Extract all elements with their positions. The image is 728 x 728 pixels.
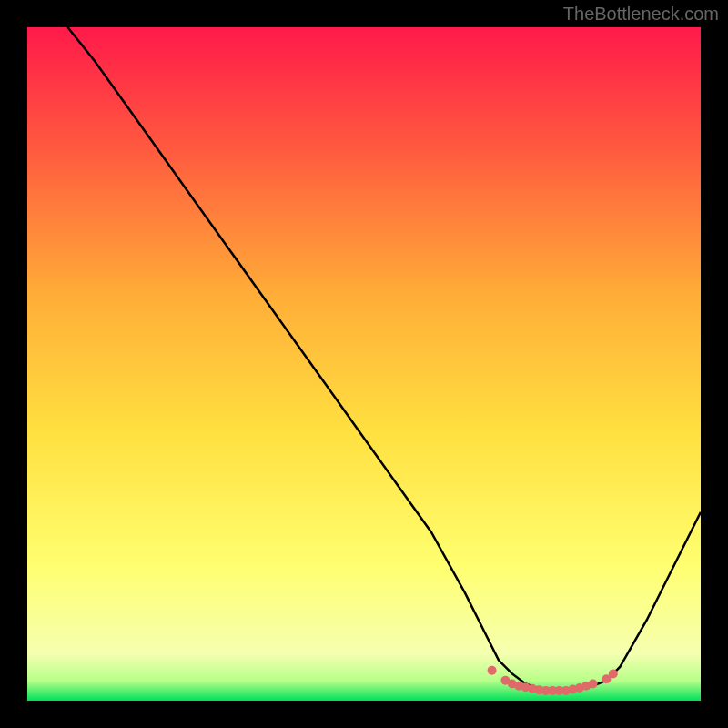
optimal-marker: [488, 666, 497, 675]
optimal-marker: [589, 680, 598, 689]
watermark-text: TheBottleneck.com: [563, 4, 719, 25]
optimal-marker: [609, 669, 618, 678]
chart-svg: [27, 27, 701, 701]
gradient-background: [27, 27, 701, 701]
plot-area: [27, 27, 701, 701]
